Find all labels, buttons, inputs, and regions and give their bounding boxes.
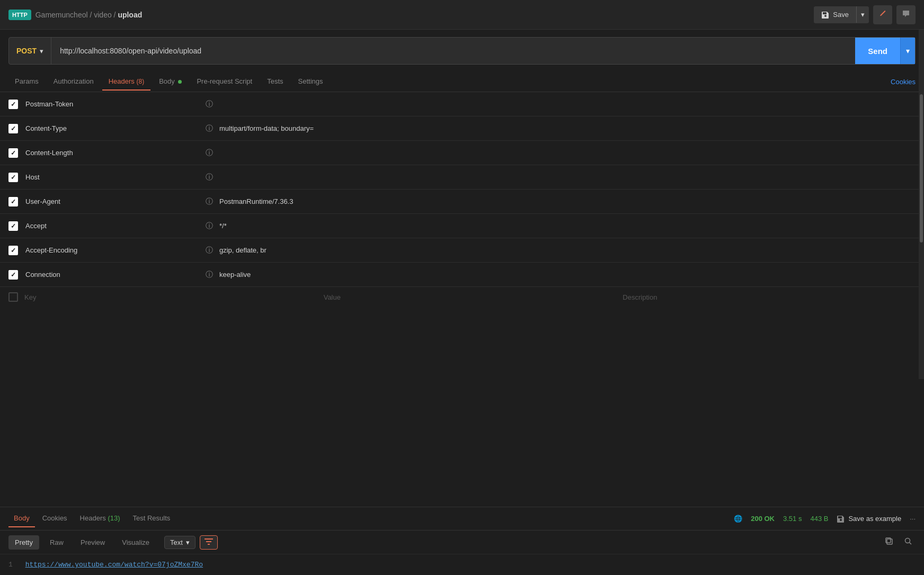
save-icon [821,11,830,19]
save-example-label: Save as example [848,515,901,523]
http-badge: HTTP [8,10,31,20]
cookies-link[interactable]: Cookies [891,78,916,86]
save-button-group: Save ▾ [814,6,869,23]
breadcrumb-workspace: Gamemuncheol [35,11,88,19]
header-key-5: Accept [25,222,206,230]
response-time: 3.51 s [783,515,802,523]
tab-authorization[interactable]: Authorization [47,73,100,91]
response-toolbar: Pretty Raw Preview Visualize Text ▾ [0,531,924,554]
line-number-1: 1 [8,561,13,569]
resp-tab-test-results[interactable]: Test Results [128,510,176,527]
filter-icon [205,538,213,545]
resp-tab-body[interactable]: Body [8,510,35,527]
header-checkbox-1[interactable]: ✓ [8,124,18,133]
globe-icon: 🌐 [734,515,742,523]
tab-params[interactable]: Params [8,73,45,91]
info-icon-2[interactable]: ⓘ [206,148,213,158]
save-example-icon [837,515,845,523]
table-row: ✓ Content-Length ⓘ [0,141,924,165]
comment-button[interactable] [896,5,916,24]
save-as-example-button[interactable]: Save as example [837,515,901,523]
resp-tab-headers[interactable]: Headers (13) [75,510,126,527]
view-pretty-button[interactable]: Pretty [8,535,39,550]
method-label: POST [16,47,37,55]
header-value-5: */* [219,222,227,230]
table-row: ✓ Content-Type ⓘ multipart/form-data; bo… [0,116,924,141]
send-dropdown-button[interactable]: ▾ [900,38,915,64]
table-row: ✓ User-Agent ⓘ PostmanRuntime/7.36.3 [0,190,924,214]
search-icon [904,537,912,545]
header-key-2: Content-Length [25,149,206,157]
info-icon-4[interactable]: ⓘ [206,197,213,206]
header-checkbox-7[interactable]: ✓ [8,270,18,280]
filter-button[interactable] [200,535,218,550]
info-icon-1[interactable]: ⓘ [206,124,213,133]
headers-table: ✓ Postman-Token ⓘ ✓ Content-Type ⓘ multi… [0,92,924,434]
response-right-buttons [882,535,916,550]
header-value-4: PostmanRuntime/7.36.3 [219,197,293,205]
header-checkbox-2[interactable]: ✓ [8,148,18,158]
table-row: ✓ Postman-Token ⓘ [0,92,924,116]
format-selector[interactable]: Text ▾ [164,536,196,549]
empty-key[interactable]: Key [24,293,317,301]
tab-headers-label: Headers [109,77,135,85]
tab-body[interactable]: Body [153,73,188,91]
method-selector[interactable]: POST ▾ [9,38,51,64]
edit-icon [878,10,887,18]
response-code-area: 1 https://www.youtube.com/watch?v=07joZM… [0,554,924,575]
empty-description[interactable]: Description [623,293,916,301]
tab-headers[interactable]: Headers (8) [102,73,150,91]
body-dot-indicator [178,80,182,84]
search-button[interactable] [901,535,916,550]
header-checkbox-6[interactable]: ✓ [8,246,18,255]
copy-button[interactable] [882,535,896,550]
info-icon-7[interactable]: ⓘ [206,270,213,280]
header-key-0: Postman-Token [25,100,206,108]
info-icon-3[interactable]: ⓘ [206,173,213,182]
response-section: Body Cookies Headers (13) Test Results 🌐… [0,507,924,575]
method-chevron-icon: ▾ [40,47,43,55]
header-value-6: gzip, deflate, br [219,246,266,254]
save-button[interactable]: Save [814,6,856,23]
resp-tab-cookies[interactable]: Cookies [37,510,73,527]
tab-settings[interactable]: Settings [292,73,330,91]
tab-tests[interactable]: Tests [261,73,289,91]
view-raw-button[interactable]: Raw [43,535,70,550]
tab-pre-request[interactable]: Pre-request Script [190,73,259,91]
format-chevron-icon: ▾ [186,538,190,546]
more-options-button[interactable]: ··· [910,515,916,523]
info-icon-0[interactable]: ⓘ [206,100,213,109]
header-checkbox-0[interactable]: ✓ [8,100,18,109]
breadcrumb-collection: video [94,11,111,19]
info-icon-6[interactable]: ⓘ [206,246,213,255]
header-empty-row: Key Value Description [0,287,924,307]
top-bar: HTTP Gamemuncheol / video / upload Save … [0,0,924,30]
response-status: 200 OK [751,515,775,523]
header-key-3: Host [25,173,206,181]
empty-value[interactable]: Value [324,293,617,301]
right-scrollbar[interactable] [919,30,924,379]
resp-headers-label: Headers [80,514,106,522]
send-button[interactable]: Send [855,38,900,64]
breadcrumb-request: upload [118,11,142,19]
table-row: ✓ Host ⓘ [0,165,924,190]
header-checkbox-5[interactable]: ✓ [8,221,18,231]
send-button-group: Send ▾ [855,38,915,64]
edit-button[interactable] [873,5,892,24]
view-visualize-button[interactable]: Visualize [116,535,156,550]
view-preview-button[interactable]: Preview [74,535,111,550]
comment-icon [902,10,910,18]
response-url-value[interactable]: https://www.youtube.com/watch?v=07joZMxe… [25,561,203,569]
header-checkbox-3[interactable]: ✓ [8,173,18,182]
table-row: ✓ Accept ⓘ */* [0,214,924,238]
info-icon-5[interactable]: ⓘ [206,221,213,231]
header-key-7: Connection [25,271,206,278]
header-checkbox-4[interactable]: ✓ [8,197,18,206]
save-dropdown-button[interactable]: ▾ [856,6,869,23]
svg-rect-3 [887,539,892,544]
url-input[interactable] [51,38,855,64]
svg-point-5 [905,538,910,543]
request-bar: POST ▾ Send ▾ [8,37,916,65]
top-bar-right: Save ▾ [814,5,916,24]
header-key-6: Accept-Encoding [25,246,206,254]
